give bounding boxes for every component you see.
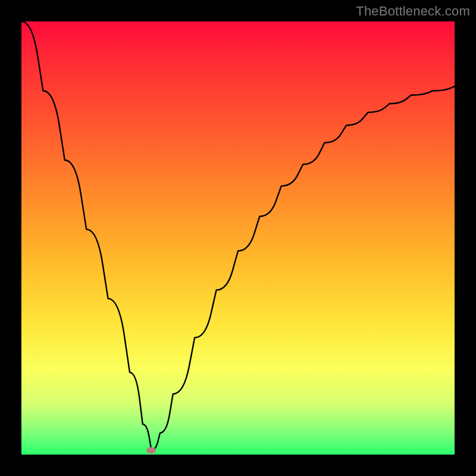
plot-area	[21, 21, 455, 455]
minimum-marker	[146, 447, 156, 453]
chart-frame: TheBottleneck.com	[0, 0, 476, 476]
watermark-label: TheBottleneck.com	[356, 4, 470, 19]
bottleneck-curve	[21, 21, 455, 455]
